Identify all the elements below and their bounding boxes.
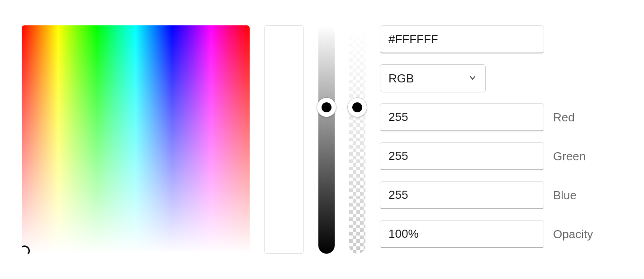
color-area[interactable] bbox=[22, 25, 250, 254]
color-swatch bbox=[264, 25, 304, 254]
alpha-handle[interactable] bbox=[348, 98, 367, 117]
lightness-handle[interactable] bbox=[317, 98, 336, 117]
red-row: Red bbox=[380, 103, 552, 131]
blue-label: Blue bbox=[553, 188, 577, 202]
color-picker: RGB Red Green Blue Opacity bbox=[22, 25, 622, 254]
chevron-down-icon bbox=[468, 72, 477, 86]
blue-row: Blue bbox=[380, 181, 552, 209]
alpha-slider[interactable] bbox=[349, 25, 365, 254]
red-label: Red bbox=[553, 111, 575, 125]
opacity-label: Opacity bbox=[553, 227, 593, 241]
format-row: RGB bbox=[380, 64, 552, 92]
hex-row bbox=[380, 25, 552, 53]
format-select-value: RGB bbox=[388, 72, 414, 86]
green-input[interactable] bbox=[380, 142, 544, 170]
controls: RGB Red Green Blue Opacity bbox=[380, 25, 552, 248]
opacity-input[interactable] bbox=[380, 220, 544, 248]
format-select[interactable]: RGB bbox=[380, 64, 486, 92]
sliders bbox=[318, 25, 365, 254]
alpha-track bbox=[349, 25, 365, 254]
hex-input[interactable] bbox=[380, 25, 544, 53]
color-area-handle[interactable] bbox=[22, 245, 30, 254]
lightness-track bbox=[318, 25, 335, 254]
lightness-slider[interactable] bbox=[318, 25, 335, 254]
red-input[interactable] bbox=[380, 103, 544, 131]
blue-input[interactable] bbox=[380, 181, 544, 209]
opacity-row: Opacity bbox=[380, 220, 552, 248]
green-row: Green bbox=[380, 142, 552, 170]
green-label: Green bbox=[553, 149, 586, 164]
